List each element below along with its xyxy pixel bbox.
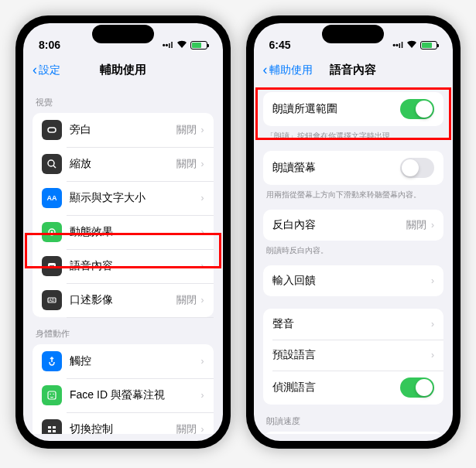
chevron-right-icon: › [201,193,204,203]
list-rate: 🐢 🐇 [263,432,444,434]
back-button[interactable]: ‹ 輔助使用 [263,62,313,78]
text-size-icon: AA [42,188,62,208]
row-display-text[interactable]: AA 顯示與文字大小 › [33,181,214,215]
list-voices: 聲音 › 預設語言 › 偵測語言 [263,309,444,405]
row-label: 觸控 [70,354,201,368]
svg-line-2 [53,166,56,168]
chevron-right-icon: › [201,125,204,135]
toggle-speak-screen[interactable] [400,158,434,178]
row-audio-descriptions[interactable]: AD 口述影像 關閉 › [33,283,214,317]
svg-rect-17 [53,430,56,432]
footer-speak-selection: 「朗讀」按鈕會在你選擇文字時出現。 [254,126,454,145]
signal-icon: ••ıl [163,40,173,50]
row-highlight-content[interactable]: 反白內容 關閉 › [263,210,444,241]
row-label: 預設語言 [272,348,432,362]
content-scroll[interactable]: 朗讀所選範圍 「朗讀」按鈕會在你選擇文字時出現。 朗讀螢幕 用兩指從螢幕上方向下… [254,86,454,434]
chevron-right-icon: › [201,390,204,401]
row-label: 旁白 [70,123,176,137]
chevron-left-icon: ‹ [33,62,37,78]
list-motor: 觸控 › Face ID 與螢幕注視 › 切換控制 關閉 › [33,344,214,434]
row-label: 輸入回饋 [272,274,432,288]
list-vision: 旁白 關閉 › 縮放 關閉 › AA 顯示與文字大小 › [33,113,214,317]
back-label: 設定 [39,63,60,77]
section-header-rate: 朗讀速度 [254,405,454,432]
phone-right: 6:45 ••ıl ‹ 輔助使用 語音內容 朗讀所選範圍 [246,15,461,449]
svg-point-12 [50,394,51,395]
row-label: 語音內容 [70,259,201,273]
status-time: 6:45 [269,39,291,51]
svg-point-13 [53,394,54,395]
svg-rect-16 [48,430,51,432]
chevron-right-icon: › [431,319,434,330]
row-label: 朗讀所選範圍 [272,102,401,116]
wifi-icon [176,40,187,50]
row-voiceover[interactable]: 旁白 關閉 › [33,113,214,147]
row-label: 口述影像 [70,293,176,307]
svg-point-6 [50,265,51,267]
row-label: 朗讀螢幕 [272,161,401,175]
svg-point-7 [51,265,53,267]
row-value: 關閉 [176,422,197,434]
motion-icon [42,222,62,242]
chevron-right-icon: › [201,356,204,367]
row-detect-language[interactable]: 偵測語言 [263,371,444,405]
row-value: 關閉 [176,123,197,137]
status-indicators: ••ıl [163,40,207,50]
svg-point-1 [48,160,54,166]
row-label: 聲音 [272,317,432,331]
chevron-right-icon: › [201,295,204,306]
footer-speak-screen: 用兩指從螢幕上方向下滑動來聆聽螢幕內容。 [254,185,454,203]
faceid-icon [42,385,62,405]
row-faceid[interactable]: Face ID 與螢幕注視 › [33,378,214,412]
row-switch-control[interactable]: 切換控制 關閉 › [33,412,214,434]
phone-left: 8:06 ••ıl ‹ 設定 輔助使用 視覺 [15,15,231,449]
content-scroll[interactable]: 視覺 旁白 關閉 › 縮放 關閉 › [23,86,223,434]
row-speak-screen[interactable]: 朗讀螢幕 [263,151,444,185]
status-time: 8:06 [39,39,60,51]
switch-control-icon [42,419,62,434]
nav-header: ‹ 設定 輔助使用 [23,57,223,86]
row-speak-selection[interactable]: 朗讀所選範圍 [263,92,444,126]
status-indicators: ••ıl [392,40,437,50]
row-speaking-rate: 🐢 🐇 [263,432,444,434]
footer-highlight: 朗讀時反白內容。 [254,241,454,259]
screen-right: 6:45 ••ıl ‹ 輔助使用 語音內容 朗讀所選範圍 [254,23,454,441]
list-speak: 朗讀所選範圍 [263,92,444,126]
touch-icon [42,351,62,371]
audio-desc-icon: AD [42,290,62,310]
row-value: 關閉 [176,157,197,171]
svg-text:AD: AD [50,298,55,302]
row-default-language[interactable]: 預設語言 › [263,340,444,371]
row-typing-feedback[interactable]: 輸入回饋 › [263,265,444,296]
signal-icon: ••ıl [392,40,403,50]
row-label: 顯示與文字大小 [70,191,201,205]
speech-icon [42,256,62,276]
chevron-right-icon: › [201,424,204,434]
row-label: Face ID 與螢幕注視 [70,388,201,402]
row-label: 動態效果 [70,225,201,239]
notch [322,25,384,43]
list-highlight: 反白內容 關閉 › [263,210,444,241]
toggle-detect-language[interactable] [400,377,434,398]
chevron-right-icon: › [201,261,204,272]
wifi-icon [406,40,417,50]
zoom-icon [42,154,62,174]
svg-rect-14 [48,426,51,429]
chevron-right-icon: › [431,220,434,231]
back-button[interactable]: ‹ 設定 [33,62,60,78]
row-label: 切換控制 [70,422,176,434]
row-voices[interactable]: 聲音 › [263,309,444,340]
svg-rect-0 [48,128,56,132]
row-motion[interactable]: 動態效果 › [33,215,214,249]
row-value: 關閉 [406,218,426,232]
battery-icon [190,41,207,50]
row-touch[interactable]: 觸控 › [33,344,214,378]
screen-left: 8:06 ••ıl ‹ 設定 輔助使用 視覺 [23,23,223,441]
notch [92,25,154,43]
list-typing-feedback: 輸入回饋 › [263,265,444,296]
row-zoom[interactable]: 縮放 關閉 › [33,147,214,181]
toggle-speak-selection[interactable] [400,99,434,119]
svg-rect-11 [48,391,56,399]
chevron-left-icon: ‹ [263,62,268,78]
row-spoken-content[interactable]: 語音內容 › [33,249,214,283]
